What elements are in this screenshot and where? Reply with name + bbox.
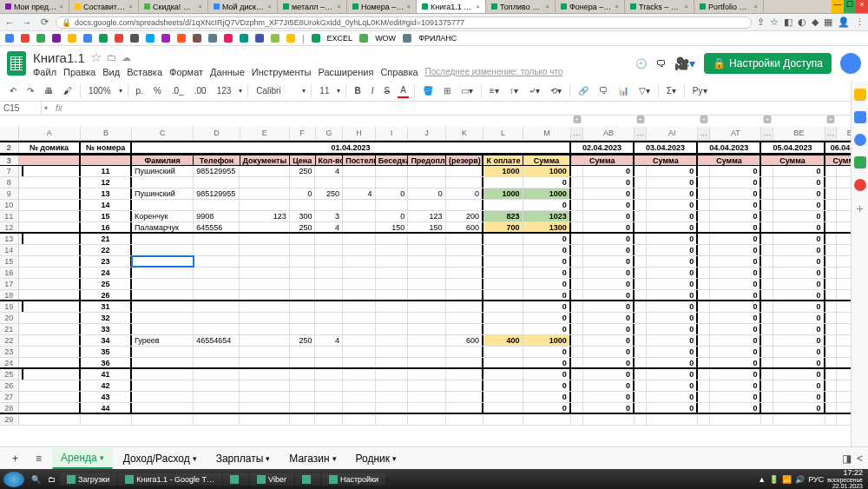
cell[interactable]: 0	[647, 392, 698, 402]
column-header[interactable]: …+	[825, 127, 838, 140]
cell[interactable]: 0	[710, 222, 761, 232]
undo-icon[interactable]: ↶	[7, 84, 19, 97]
cell[interactable]	[343, 335, 376, 346]
cell[interactable]	[132, 380, 194, 391]
cell[interactable]: 0	[710, 358, 761, 367]
cell[interactable]	[483, 256, 523, 267]
cell[interactable]: Пушинский	[132, 188, 194, 199]
cell[interactable]	[408, 369, 445, 380]
cell[interactable]	[290, 245, 316, 255]
cell[interactable]: 0	[647, 256, 698, 267]
cell[interactable]: 0	[583, 222, 635, 232]
star-icon[interactable]: ☆	[770, 17, 779, 28]
cell[interactable]: 150	[376, 222, 409, 232]
cell[interactable]	[408, 166, 445, 176]
grid[interactable]: 2№ домика№ номера01.04.202302.04.202303.…	[0, 141, 868, 426]
cell[interactable]	[376, 256, 409, 267]
tray-icon[interactable]: 🔊	[795, 475, 805, 484]
filter-icon[interactable]: ▽▾	[636, 84, 653, 97]
bold-icon[interactable]: B	[352, 84, 363, 97]
column-header[interactable]: …+	[761, 127, 773, 140]
explorer-icon[interactable]: 🗀	[44, 475, 59, 484]
cell[interactable]	[194, 403, 240, 413]
cell[interactable]: 0	[773, 380, 825, 391]
cell[interactable]	[483, 392, 523, 402]
browser-tab[interactable]: Составить таб…×	[69, 0, 139, 13]
cell[interactable]: 0	[583, 290, 635, 300]
cell[interactable]: 0	[773, 301, 825, 312]
cell[interactable]: 0	[710, 324, 761, 334]
bookmark-icon[interactable]	[130, 34, 139, 43]
cell[interactable]	[315, 347, 343, 357]
bookmark-icon[interactable]	[68, 34, 76, 43]
cell[interactable]: 0	[647, 347, 698, 357]
cell[interactable]: 0	[647, 324, 698, 334]
cell[interactable]: 985129955	[194, 188, 240, 199]
cell[interactable]	[315, 234, 343, 244]
column-header[interactable]: M	[523, 127, 571, 140]
lang-indicator[interactable]: РУС	[808, 475, 824, 484]
cell[interactable]	[408, 200, 445, 210]
meet-icon[interactable]: 🎥▾	[674, 56, 695, 70]
cell[interactable]: 0	[583, 177, 635, 188]
browser-tab[interactable]: Топливо – Goo…×	[486, 0, 556, 13]
cell[interactable]	[376, 324, 409, 334]
cell[interactable]	[408, 403, 445, 413]
tray-icon[interactable]: 📶	[782, 475, 792, 484]
currency-icon[interactable]: р.	[134, 84, 146, 97]
share-button[interactable]: 🔒 Настройки Доступа	[704, 53, 832, 74]
cell[interactable]: 250	[290, 335, 316, 346]
browser-tab[interactable]: Tracks – Googl…×	[625, 0, 694, 13]
fontsize-select[interactable]: 11	[317, 84, 332, 97]
column-header[interactable]: …+	[635, 127, 647, 140]
cell[interactable]	[483, 313, 523, 323]
browser-tab[interactable]: Мой диск – Go…×	[208, 0, 278, 13]
cell[interactable]: 0	[583, 279, 635, 289]
cell[interactable]	[483, 380, 523, 391]
cell[interactable]	[315, 268, 343, 278]
cell[interactable]	[343, 211, 376, 221]
cell[interactable]	[483, 347, 523, 357]
cell[interactable]	[315, 380, 343, 391]
cell[interactable]: 0	[583, 392, 635, 402]
cell[interactable]	[483, 245, 523, 255]
cell[interactable]	[376, 301, 409, 312]
cell[interactable]	[315, 301, 343, 312]
cell[interactable]	[194, 347, 240, 357]
cell[interactable]: 0	[773, 335, 825, 346]
cell[interactable]	[194, 234, 240, 244]
cell[interactable]	[290, 279, 316, 289]
strike-icon[interactable]: S	[381, 84, 392, 97]
cell[interactable]: 0	[647, 335, 698, 346]
cell[interactable]	[132, 347, 194, 357]
cell[interactable]: 0	[710, 301, 761, 312]
bookmark-icon[interactable]	[224, 34, 233, 43]
cell[interactable]: 0	[523, 290, 571, 300]
cloud-icon[interactable]: ☁	[122, 52, 131, 63]
chart-icon[interactable]: 📊	[615, 84, 631, 97]
cell[interactable]	[194, 301, 240, 312]
column-header[interactable]: AB	[583, 127, 635, 140]
cell[interactable]: 0	[710, 279, 761, 289]
contacts-icon[interactable]	[854, 156, 866, 169]
cell[interactable]	[132, 403, 194, 413]
cell[interactable]: 0	[647, 222, 698, 232]
cell[interactable]: 4	[343, 188, 376, 199]
cell[interactable]: 0	[523, 313, 571, 323]
cell[interactable]	[376, 403, 409, 413]
cell[interactable]: Пушинский	[132, 166, 194, 176]
cell[interactable]: 0	[647, 403, 698, 413]
comment-icon[interactable]: 🗨	[656, 58, 666, 69]
cell[interactable]	[290, 347, 316, 357]
tray-icon[interactable]: 🔋	[769, 475, 779, 484]
tasks-icon[interactable]	[854, 134, 866, 146]
cell[interactable]	[376, 392, 409, 402]
bookmark-icon[interactable]	[271, 34, 279, 43]
bookmark-icon[interactable]	[286, 34, 295, 43]
cell[interactable]	[376, 200, 409, 210]
cell[interactable]: 600	[446, 335, 483, 346]
move-icon[interactable]: 🗀	[107, 52, 116, 63]
cell[interactable]: 400	[483, 335, 523, 346]
column-header[interactable]: K	[446, 127, 483, 140]
cell[interactable]	[446, 256, 483, 267]
